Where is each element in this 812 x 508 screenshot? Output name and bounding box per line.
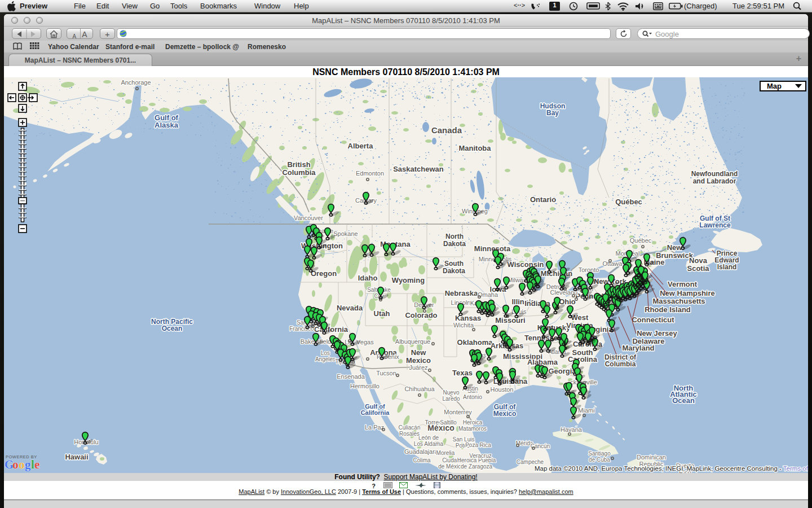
- svg-text:New: New: [411, 348, 427, 357]
- svg-text:Hawaii: Hawaii: [65, 453, 88, 461]
- svg-text:Massachusetts: Massachusetts: [652, 297, 705, 305]
- svg-text:Dakota: Dakota: [443, 267, 465, 275]
- svg-text:Juárez: Juárez: [409, 364, 427, 371]
- svg-text:Island: Island: [717, 263, 737, 271]
- svg-text:Québec: Québec: [630, 237, 652, 244]
- svg-text:Vancouver: Vancouver: [294, 214, 323, 221]
- svg-text:Ensenada: Ensenada: [337, 373, 365, 380]
- svg-text:Brunswick: Brunswick: [656, 251, 694, 260]
- svg-text:Edmonton: Edmonton: [356, 170, 384, 177]
- svg-text:Nevada: Nevada: [337, 304, 363, 312]
- svg-text:Rhode Island: Rhode Island: [645, 305, 691, 314]
- svg-text:South: South: [444, 260, 464, 268]
- svg-text:Veracruz: Veracruz: [469, 453, 491, 459]
- svg-text:Colorado: Colorado: [405, 311, 437, 319]
- svg-text:Québec: Québec: [615, 198, 642, 206]
- svg-text:Mexico: Mexico: [406, 356, 431, 365]
- svg-text:Wichita: Wichita: [453, 322, 474, 329]
- svg-text:Ontario: Ontario: [530, 195, 556, 204]
- svg-text:Columbia: Columbia: [282, 168, 316, 177]
- svg-text:Antonio: Antonio: [463, 394, 482, 400]
- svg-text:g: g: [25, 458, 31, 471]
- svg-text:Saltillo: Saltillo: [440, 419, 457, 426]
- svg-text:Oklahoma: Oklahoma: [457, 338, 493, 347]
- svg-text:Wisconsin: Wisconsin: [508, 260, 544, 269]
- svg-text:Nova: Nova: [689, 256, 708, 265]
- svg-text:British: British: [287, 160, 310, 169]
- svg-text:Ocean: Ocean: [672, 396, 695, 405]
- svg-text:Idaho: Idaho: [358, 274, 378, 282]
- svg-text:Tucson: Tucson: [376, 370, 396, 376]
- svg-text:Nuevo: Nuevo: [443, 389, 460, 396]
- svg-text:Dakota: Dakota: [443, 240, 466, 248]
- svg-text:Culiacán: Culiacán: [399, 424, 421, 431]
- svg-text:e: e: [34, 458, 39, 471]
- svg-text:Ottawa: Ottawa: [603, 260, 623, 267]
- svg-text:Guadalajara: Guadalajara: [404, 448, 439, 455]
- svg-text:Columbia: Columbia: [605, 360, 636, 368]
- svg-text:Ocean: Ocean: [162, 325, 183, 332]
- svg-text:o: o: [19, 458, 25, 471]
- svg-text:Santiago: Santiago: [588, 450, 611, 457]
- svg-text:Utah: Utah: [374, 309, 390, 318]
- svg-text:Vermont: Vermont: [668, 280, 698, 288]
- svg-text:Anchorage: Anchorage: [121, 79, 151, 86]
- svg-text:Matamoros: Matamoros: [458, 426, 487, 432]
- svg-text:Map data ©2010 AND, Europa Tec: Map data ©2010 AND, Europa Technologies,…: [535, 465, 808, 472]
- svg-text:Missouri: Missouri: [495, 316, 525, 325]
- svg-text:Map: Map: [767, 82, 782, 90]
- svg-text:Albuquerque: Albuquerque: [395, 338, 430, 345]
- svg-text:Alabama: Alabama: [527, 358, 558, 366]
- svg-text:Carolina: Carolina: [568, 355, 598, 364]
- svg-text:Maryland: Maryland: [622, 344, 654, 352]
- svg-text:Newfoundland: Newfoundland: [691, 170, 738, 178]
- svg-text:New Jersey: New Jersey: [637, 329, 677, 338]
- svg-text:Laredo: Laredo: [442, 396, 460, 402]
- svg-text:Alaska: Alaska: [155, 121, 179, 129]
- svg-text:Cancún: Cancún: [531, 443, 550, 449]
- svg-text:New Hampshire: New Hampshire: [660, 289, 715, 297]
- svg-text:Monterrey: Monterrey: [444, 409, 472, 415]
- svg-text:California: California: [361, 409, 390, 416]
- svg-text:de Cuba: de Cuba: [589, 457, 610, 463]
- svg-text:Ohio: Ohio: [559, 297, 576, 306]
- svg-text:Mexico: Mexico: [493, 410, 517, 418]
- svg-text:Saskatchewan: Saskatchewan: [393, 165, 444, 173]
- svg-text:New: New: [667, 243, 683, 252]
- svg-text:North: North: [445, 233, 464, 240]
- svg-text:Dominican: Dominican: [637, 454, 666, 461]
- svg-text:Manitoba: Manitoba: [458, 144, 491, 152]
- svg-text:o: o: [12, 458, 19, 471]
- svg-text:Wyoming: Wyoming: [392, 276, 425, 284]
- svg-text:Los: Los: [321, 350, 330, 356]
- svg-text:Lawrence: Lawrence: [699, 221, 731, 229]
- svg-text:Miami: Miami: [578, 407, 594, 414]
- svg-text:Alberta: Alberta: [348, 142, 374, 150]
- svg-text:Morelia: Morelia: [436, 450, 455, 456]
- svg-text:Toronto: Toronto: [579, 266, 599, 273]
- svg-text:Spokane: Spokane: [333, 230, 358, 237]
- svg-text:Los Aldama: Los Aldama: [414, 441, 444, 447]
- svg-text:Campeche: Campeche: [517, 459, 544, 465]
- svg-text:Canada: Canada: [431, 125, 462, 135]
- svg-text:Rosales: Rosales: [399, 431, 420, 437]
- svg-text:Angeles: Angeles: [315, 356, 336, 362]
- svg-text:Heroica: Heroica: [463, 419, 483, 426]
- svg-text:Hermosillo: Hermosillo: [350, 383, 379, 389]
- svg-text:La Paz: La Paz: [365, 424, 384, 431]
- svg-text:Scotia: Scotia: [687, 264, 709, 273]
- svg-text:Bay: Bay: [546, 109, 559, 117]
- svg-text:and Labrador: and Labrador: [693, 177, 736, 185]
- svg-text:Texas: Texas: [452, 369, 473, 377]
- svg-text:Poza Rica: Poza Rica: [465, 442, 491, 448]
- svg-text:Nebraska: Nebraska: [445, 289, 478, 297]
- svg-text:Houston: Houston: [491, 386, 514, 393]
- svg-text:Connecticut: Connecticut: [632, 316, 674, 324]
- svg-text:Chihuahua: Chihuahua: [404, 386, 435, 392]
- svg-text:Havana: Havana: [561, 426, 582, 433]
- svg-text:Milwau: Milwau: [508, 277, 527, 283]
- svg-text:de Zaragoza: de Zaragoza: [461, 463, 493, 470]
- svg-text:Colima: Colima: [413, 457, 431, 463]
- svg-text:León de: León de: [418, 435, 439, 441]
